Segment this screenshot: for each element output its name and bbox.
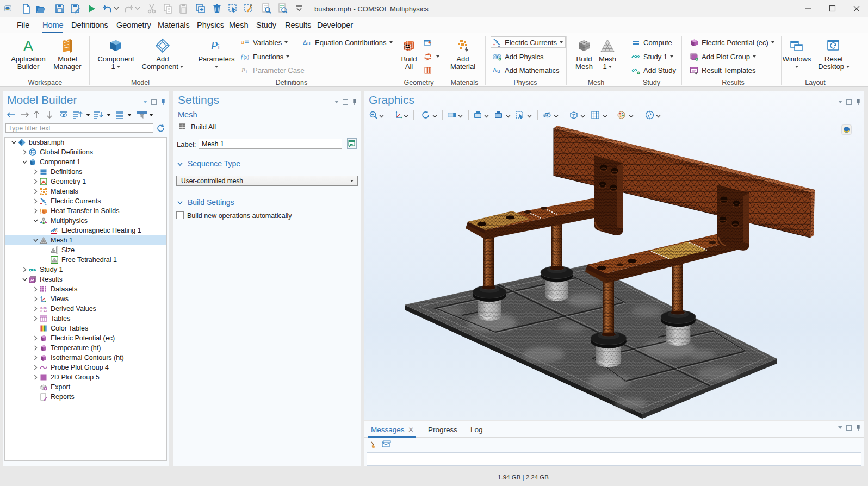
svg-text:P: P	[210, 39, 218, 52]
svg-text:Δ: Δ	[493, 67, 497, 73]
svg-text:e-12: e-12	[40, 309, 47, 313]
svg-text:Δ: Δ	[303, 39, 307, 46]
svg-text:a: a	[241, 39, 244, 45]
svg-text:u: u	[497, 68, 500, 74]
svg-text:P: P	[241, 67, 245, 73]
svg-text:i: i	[246, 69, 247, 74]
svg-text:u: u	[307, 40, 311, 46]
svg-text:A: A	[23, 38, 33, 53]
svg-text:i: i	[218, 42, 220, 51]
svg-text:(x): (x)	[244, 54, 250, 60]
